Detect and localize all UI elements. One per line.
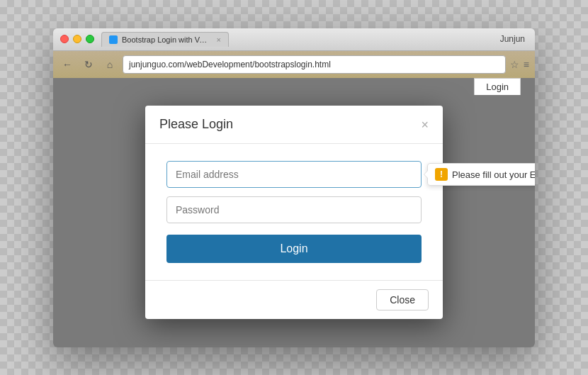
home-button[interactable]: ⌂: [101, 56, 118, 73]
maximize-window-button[interactable]: [86, 35, 94, 43]
tab-title-label: Bootstrap Login with Validi...: [122, 35, 210, 44]
bookmark-icon[interactable]: ☆: [510, 59, 519, 70]
tab-area: Bootstrap Login with Validi... ×: [94, 32, 500, 47]
login-button[interactable]: Login: [166, 235, 422, 263]
email-form-group: ! Please fill out your Email: [166, 161, 422, 188]
title-bar: Bootstrap Login with Validi... × Junjun: [53, 28, 535, 51]
email-input[interactable]: [166, 161, 422, 188]
password-input[interactable]: [166, 196, 422, 223]
address-bar: ← ↻ ⌂ junjunguo.com/webDevelopment/boots…: [53, 51, 535, 78]
validation-tooltip: ! Please fill out your Email: [427, 163, 535, 186]
page-content: Login Please Login × ! Please fil: [53, 78, 535, 347]
modal-body: ! Please fill out your Email Login: [145, 144, 443, 280]
tab-close-button[interactable]: ×: [217, 35, 221, 44]
refresh-button[interactable]: ↻: [80, 56, 97, 73]
warning-icon: !: [435, 168, 448, 181]
tab-favicon-icon: [109, 35, 118, 44]
modal-overlay: Please Login × ! Please fill out your Em…: [53, 78, 535, 347]
password-form-group: [166, 196, 422, 223]
back-button[interactable]: ←: [59, 56, 76, 73]
menu-icon[interactable]: ≡: [524, 59, 529, 70]
modal-footer: Close: [145, 280, 443, 319]
validation-message: Please fill out your Email: [452, 169, 535, 180]
modal-title: Please Login: [159, 117, 233, 132]
warning-icon-text: !: [440, 169, 443, 179]
minimize-window-button[interactable]: [73, 35, 81, 43]
modal-close-button[interactable]: ×: [421, 118, 429, 131]
login-modal: Please Login × ! Please fill out your Em…: [145, 106, 443, 319]
url-text: junjunguo.com/webDevelopment/bootstrapsl…: [129, 60, 331, 69]
modal-header: Please Login ×: [145, 106, 443, 144]
close-window-button[interactable]: [60, 35, 69, 43]
address-icons: ☆ ≡: [510, 59, 529, 70]
browser-window: Bootstrap Login with Validi... × Junjun …: [53, 28, 535, 347]
browser-tab[interactable]: Bootstrap Login with Validi... ×: [101, 32, 229, 47]
traffic-lights: [60, 35, 94, 43]
url-input[interactable]: junjunguo.com/webDevelopment/bootstrapsl…: [123, 55, 506, 74]
close-button[interactable]: Close: [376, 289, 429, 310]
user-name-label: Junjun: [500, 34, 528, 44]
